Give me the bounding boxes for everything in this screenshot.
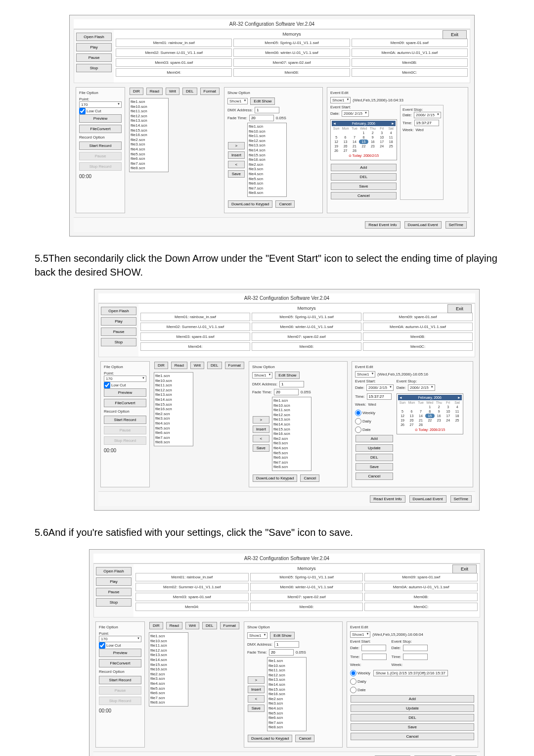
preview-button-2[interactable]: Preview	[104, 388, 146, 397]
mem-cell[interactable]: Mem0B:	[363, 332, 473, 341]
mem-cell[interactable]: Mem07: spare-02.swf	[252, 332, 361, 341]
save-event-button[interactable]: Save	[331, 183, 397, 190]
stop-date-dropdown[interactable]: 2006/ 2/15	[414, 112, 441, 118]
stop-time-input[interactable]	[414, 120, 439, 126]
read-button[interactable]: Read	[146, 88, 163, 95]
set-time-button[interactable]: SetTime	[445, 221, 467, 229]
file-list-left[interactable]: file1.scnfile10.scnfile11.scnfile12.scnf…	[129, 98, 169, 172]
mem-cell[interactable]: Mem02: Summer-U-01_V1.1.swf	[140, 323, 250, 331]
add-event-button: Add	[331, 164, 397, 171]
mem-06[interactable]: Mem06: winter-U-01_V1.1.swf	[233, 48, 350, 57]
cancel-event-button[interactable]: Cancel	[331, 192, 397, 199]
weekly-radio[interactable]: Weekly	[355, 410, 394, 416]
move-right-button[interactable]: >	[228, 142, 245, 149]
show-select[interactable]: Show1	[227, 98, 248, 104]
play-button[interactable]: Play	[76, 43, 112, 51]
point-dropdown-2[interactable]: 170	[104, 376, 146, 382]
cancel-button[interactable]: Cancel	[275, 200, 295, 208]
mem-09[interactable]: Mem09: spare-01.swf	[352, 39, 468, 47]
mem-cell[interactable]: Mem0C:	[363, 342, 473, 351]
open-flash-button-2[interactable]: Open Flash	[101, 307, 136, 315]
del-event-button-3[interactable]: DEL	[351, 714, 474, 721]
mem-05[interactable]: Mem05: Spring-U-01_V1.1.swf	[233, 39, 350, 47]
mem-04[interactable]: Mem04:	[116, 68, 232, 77]
stop-date-dropdown-2[interactable]: 2006/ 2/15	[408, 384, 435, 391]
file-convert-button-2[interactable]: FileConvert	[104, 399, 146, 407]
file-list-left-2[interactable]: file1.scnfile10.scnfile11.scnfile12.scnf…	[154, 372, 193, 446]
mem-cell[interactable]: Mem03: spare-01.swf	[140, 332, 250, 341]
save-show-button[interactable]: Save	[228, 170, 245, 178]
download-event-button[interactable]: DownLoad Event	[404, 221, 442, 229]
mem-cell[interactable]: Mem05: Spring-U-01_V1.1.swf	[250, 573, 363, 581]
date-radio[interactable]: Date	[355, 426, 394, 433]
mem-cell[interactable]: Mem02: Summer-U-01_V1.1.swf	[135, 583, 249, 591]
format-button[interactable]: Format	[200, 88, 220, 95]
mem-cell[interactable]: Mem01: rainbow_in.swf	[140, 313, 250, 321]
play-button-2[interactable]: Play	[101, 317, 136, 326]
mem-cell[interactable]: Mem0B:	[364, 593, 478, 601]
mem-cell[interactable]: Mem07: spare-02.swf	[250, 593, 363, 601]
mem-01[interactable]: Mem01: rainbow_in.swf	[116, 39, 232, 47]
dmx-input[interactable]	[255, 107, 279, 113]
low-cut-checkbox[interactable]: Low Cut	[79, 108, 122, 114]
fade-input[interactable]	[249, 115, 274, 121]
start-record-button[interactable]: Start Record	[79, 142, 122, 150]
dir-button[interactable]: DIR	[130, 88, 143, 95]
mem-cell[interactable]: Mem0C:	[364, 603, 478, 611]
move-left-button[interactable]: <	[228, 161, 245, 168]
mem-cell[interactable]: Mem04:	[135, 603, 249, 611]
cal-prev-icon[interactable]: ◄	[333, 122, 336, 125]
mem-cell[interactable]: Mem06: winter-U-01_V1.1.swf	[250, 583, 363, 591]
mem-02[interactable]: Mem02: Summer-U-01_V1.1.swf	[116, 48, 232, 57]
pause-button[interactable]: Pause	[76, 53, 112, 62]
pause-button-2[interactable]: Pause	[101, 328, 136, 336]
writ-button[interactable]: Writ	[166, 88, 179, 95]
daily-radio[interactable]: Daily	[355, 418, 394, 425]
date-dropdown[interactable]: 2006/ 2/15	[342, 110, 369, 117]
mem-cell[interactable]: Mem0A: autumn-U-01_V1.1.swf	[364, 583, 478, 591]
mem-cell[interactable]: Mem08:	[252, 342, 361, 351]
low-cut-checkbox-2[interactable]: Low Cut	[104, 382, 146, 388]
today-link[interactable]: ⊙ Today: 2006/2/15	[332, 153, 396, 159]
start-record-button-2[interactable]: Start Record	[104, 416, 146, 424]
mem-03[interactable]: Mem03: spare-01.swf	[116, 58, 232, 67]
file-list-right-2[interactable]: file1.scnfile10.scnfile11.scnfile12.scnf…	[272, 397, 312, 471]
update-event-button-3[interactable]: Update	[351, 705, 474, 712]
mem-cell[interactable]: Mem09: spare-01.swf	[364, 573, 478, 581]
cal-next-icon[interactable]: ►	[391, 122, 395, 125]
insert-button[interactable]: Insert	[228, 151, 245, 159]
download-keypad-button[interactable]: DownLoad to Keypad	[228, 200, 273, 208]
calendar[interactable]: ◄February, 2006► SunMonTueWedThuFriSat12…	[330, 119, 397, 160]
exit-button-2[interactable]: Exit	[447, 304, 472, 313]
mem-07[interactable]: Mem07: spare-02.swf	[233, 58, 350, 67]
open-flash-button[interactable]: Open Flash	[76, 33, 112, 41]
point-dropdown[interactable]: 170	[79, 101, 122, 108]
mem-cell[interactable]: Mem0A: autumn-U-01_V1.1.swf	[363, 323, 473, 331]
exit-button-3[interactable]: Exit	[452, 565, 477, 573]
mem-cell[interactable]: Mem08:	[250, 603, 363, 611]
mem-0a[interactable]: Mem0A: autumn-U-01_V1.1.swf	[352, 48, 468, 57]
exit-button[interactable]: Exit	[443, 30, 467, 39]
del-event-button[interactable]: DEL	[331, 173, 397, 181]
add-event-button-3[interactable]: Add	[351, 695, 474, 703]
mem-cell[interactable]: Mem05: Spring-U-01_V1.1.swf	[252, 313, 361, 321]
edit-show-button[interactable]: Edit Show	[250, 97, 275, 105]
mem-cell[interactable]: Mem03: spare-01.swf	[135, 593, 249, 601]
mem-cell[interactable]: Mem06: winter-U-01_V1.1.swf	[252, 323, 361, 331]
mem-cell[interactable]: Mem04:	[140, 342, 250, 351]
file-list-right[interactable]: file1.scnfile10.scnfile11.scnfile12.scnf…	[247, 123, 287, 197]
stop-button-2[interactable]: Stop	[101, 338, 136, 346]
event-show-select[interactable]: Show1	[330, 97, 351, 103]
mem-cell[interactable]: Mem01: rainbow_in.swf	[135, 573, 249, 581]
mem-0c[interactable]: Mem0C:	[352, 68, 468, 77]
preview-button[interactable]: Preview	[79, 114, 122, 123]
mem-cell[interactable]: Mem09: spare-01.swf	[363, 313, 473, 321]
mem-0b[interactable]: Mem0B:	[352, 58, 468, 67]
file-convert-button[interactable]: FileConvert	[79, 125, 122, 133]
read-event-info-button[interactable]: Read Event Info	[365, 221, 400, 229]
stop-button[interactable]: Stop	[76, 64, 112, 72]
del-button[interactable]: DEL	[182, 88, 197, 95]
memorys-header: Memorys	[116, 32, 468, 37]
mem-08[interactable]: Mem08:	[233, 68, 350, 77]
calendar-2[interactable]: ◄February, 2006► SunMonTueWedThuFriSat12…	[397, 393, 463, 434]
